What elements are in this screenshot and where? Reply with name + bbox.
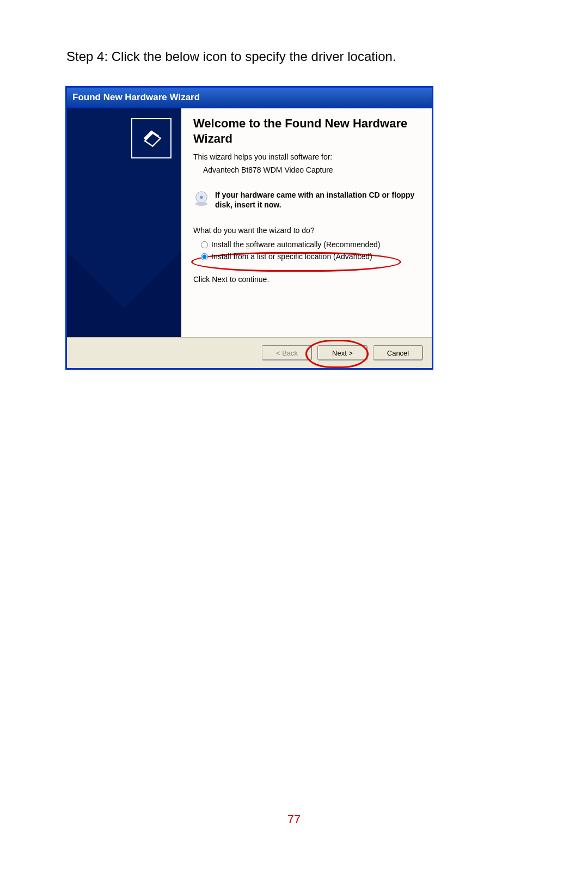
intro-text: This wizard helps you install software f… bbox=[193, 152, 421, 161]
option-advanced[interactable]: Install from a list or specific location… bbox=[201, 252, 421, 261]
welcome-heading: Welcome to the Found New Hardware Wizard bbox=[193, 116, 421, 146]
cd-note-row: If your hardware came with an installati… bbox=[193, 191, 421, 210]
document-page: Step 4: Click the below icon to specify … bbox=[0, 0, 588, 881]
page-number: 77 bbox=[0, 812, 588, 827]
window-title: Found New Hardware Wizard bbox=[72, 92, 200, 103]
cancel-button[interactable]: Cancel bbox=[373, 345, 423, 360]
titlebar[interactable]: Found New Hardware Wizard bbox=[67, 88, 432, 108]
wizard-footer: < Back Next > Cancel bbox=[67, 337, 432, 368]
radio-auto-label-suffix: oftware automatically (Recommended) bbox=[250, 240, 381, 249]
cd-icon bbox=[193, 191, 210, 207]
options-group: Install the software automatically (Reco… bbox=[201, 240, 421, 261]
wizard-window: Found New Hardware Wizard Welcome to the… bbox=[65, 86, 433, 370]
radio-auto[interactable] bbox=[201, 241, 208, 248]
cd-note-text: If your hardware came with an installati… bbox=[215, 191, 421, 210]
next-button[interactable]: Next > bbox=[317, 345, 367, 360]
side-panel bbox=[67, 108, 181, 337]
hardware-icon bbox=[131, 118, 171, 158]
svg-point-3 bbox=[200, 195, 203, 199]
radio-auto-label: Install the software automatically (Reco… bbox=[211, 240, 380, 249]
back-button: < Back bbox=[262, 345, 312, 360]
continue-text: Click Next to continue. bbox=[193, 275, 421, 284]
device-name: Advantech Bt878 WDM Video Capture bbox=[203, 166, 421, 174]
svg-point-4 bbox=[195, 202, 208, 206]
wizard-content: Welcome to the Found New Hardware Wizard… bbox=[181, 108, 432, 337]
step-instruction: Step 4: Click the below icon to specify … bbox=[66, 49, 528, 64]
radio-auto-label-prefix: Install the bbox=[211, 240, 246, 249]
wizard-prompt: What do you want the wizard to do? bbox=[193, 226, 421, 235]
wizard-body: Welcome to the Found New Hardware Wizard… bbox=[67, 108, 432, 337]
radio-advanced[interactable] bbox=[201, 253, 208, 260]
radio-advanced-label: Install from a list or specific location… bbox=[211, 252, 372, 261]
option-auto[interactable]: Install the software automatically (Reco… bbox=[201, 240, 421, 249]
radio-auto-label-underline: s bbox=[246, 240, 250, 249]
